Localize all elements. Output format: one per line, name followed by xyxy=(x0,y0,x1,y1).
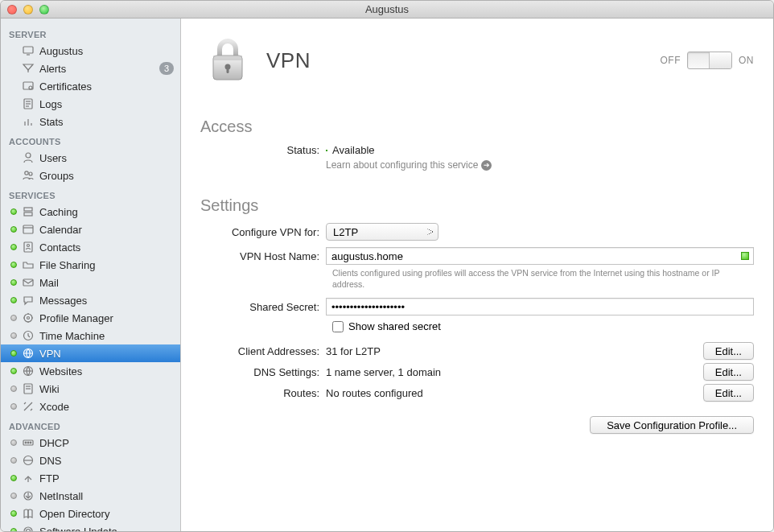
svg-point-13 xyxy=(25,171,28,175)
status-dot xyxy=(10,350,17,357)
svg-point-12 xyxy=(26,153,31,158)
sidebar-item-label: Open Directory xyxy=(39,508,174,520)
svg-point-14 xyxy=(29,172,32,175)
sidebar-header-server: SERVER xyxy=(1,23,180,42)
service-toggle: OFF ON xyxy=(661,52,755,69)
sidebar-item-label: Websites xyxy=(39,365,174,377)
toggle-switch[interactable] xyxy=(687,52,732,69)
show-secret-checkbox[interactable] xyxy=(332,321,344,332)
messages-icon xyxy=(22,294,35,307)
svg-point-20 xyxy=(27,245,30,247)
sidebar-item-augustus[interactable]: Augustus xyxy=(1,42,180,60)
status-dot xyxy=(10,386,17,392)
status-label: Status: xyxy=(200,144,326,156)
access-section: Access Status: Available Learn about con… xyxy=(181,118,773,182)
switch-knob xyxy=(709,52,731,68)
access-heading: Access xyxy=(200,118,754,136)
svg-rect-15 xyxy=(24,208,32,211)
dns-label: DNS Settings: xyxy=(200,366,326,378)
routes-label: Routes: xyxy=(200,387,326,399)
status-dot-blank xyxy=(10,118,17,125)
sidebar-item-caching[interactable]: Caching xyxy=(1,203,180,221)
sidebar-item-groups[interactable]: Groups xyxy=(1,167,180,184)
titlebar: Augustus xyxy=(1,1,773,19)
svg-rect-50 xyxy=(213,56,242,60)
sidebar-item-logs[interactable]: Logs xyxy=(1,95,180,113)
zoom-window-button[interactable] xyxy=(39,5,49,14)
show-secret-label: Show shared secret xyxy=(348,320,441,332)
sidebar-item-softwareupdate[interactable]: Software Update xyxy=(1,522,180,531)
status-dot xyxy=(10,262,17,268)
user-icon xyxy=(22,151,35,164)
shared-secret-input[interactable] xyxy=(326,298,754,315)
client-addr-label: Client Addresses: xyxy=(200,345,326,357)
save-configuration-button[interactable]: Save Configuration Profile... xyxy=(590,416,754,434)
sidebar-header-advanced: ADVANCED xyxy=(1,415,180,434)
softwareupdate-icon xyxy=(22,525,35,531)
sidebar-item-label: Users xyxy=(39,152,174,164)
sidebar-item-contacts[interactable]: Contacts xyxy=(1,238,180,256)
edit-routes-button[interactable]: Edit... xyxy=(703,384,754,402)
hostname-status-icon xyxy=(741,252,749,260)
sidebar-item-users[interactable]: Users xyxy=(1,149,180,167)
close-window-button[interactable] xyxy=(7,5,17,14)
dns-icon xyxy=(22,454,35,467)
xcode-icon xyxy=(22,400,35,413)
service-header: VPN OFF ON xyxy=(181,19,773,103)
sidebar-item-mail[interactable]: Mail xyxy=(1,274,180,291)
status-dot-blank xyxy=(10,47,17,54)
sidebar-item-messages[interactable]: Messages xyxy=(1,291,180,309)
sidebar-item-profilemanager[interactable]: Profile Manager xyxy=(1,309,180,327)
status-dot xyxy=(10,315,17,321)
status-dot xyxy=(10,332,17,339)
calendar-icon xyxy=(22,223,35,236)
sidebar-item-ftp[interactable]: FTP xyxy=(1,469,180,487)
edit-dns-button[interactable]: Edit... xyxy=(703,363,754,381)
sidebar-item-vpn[interactable]: VPN xyxy=(1,344,180,362)
sidebar-item-label: Wiki xyxy=(39,383,174,395)
sidebar-item-label: File Sharing xyxy=(39,259,174,271)
sidebar-item-wiki[interactable]: Wiki xyxy=(1,380,180,398)
sidebar-item-filesharing[interactable]: File Sharing xyxy=(1,256,180,274)
sidebar-header-accounts: ACCOUNTS xyxy=(1,130,180,149)
status-value: Available xyxy=(332,144,375,156)
dns-value: 1 name server, 1 domain xyxy=(326,366,690,378)
edit-client-addresses-button[interactable]: Edit... xyxy=(703,342,754,360)
sidebar-item-xcode[interactable]: Xcode xyxy=(1,398,180,415)
svg-rect-16 xyxy=(24,212,32,216)
sidebar-item-netinstall[interactable]: NetInstall xyxy=(1,487,180,505)
hostname-input[interactable] xyxy=(326,247,754,265)
status-dot xyxy=(10,226,17,233)
sidebar-item-websites[interactable]: Websites xyxy=(1,362,180,380)
status-indicator-icon xyxy=(326,150,327,151)
arrow-right-icon: ➔ xyxy=(481,160,492,171)
sidebar-item-label: Calendar xyxy=(39,224,174,236)
sidebar-item-label: Time Machine xyxy=(39,330,174,342)
sidebar-item-stats[interactable]: Stats xyxy=(1,113,180,130)
sidebar-item-label: Caching xyxy=(39,206,174,218)
status-dot xyxy=(10,403,17,410)
stats-icon xyxy=(22,115,35,128)
svg-point-36 xyxy=(25,442,27,443)
sidebar-item-timemachine[interactable]: Time Machine xyxy=(1,327,180,344)
monitor-icon xyxy=(22,44,35,57)
configure-vpn-select[interactable]: L2TP xyxy=(326,223,438,241)
sidebar-item-label: VPN xyxy=(39,348,174,360)
status-dot xyxy=(10,457,17,464)
sidebar-item-alerts[interactable]: Alerts 3 xyxy=(1,60,180,77)
svg-rect-3 xyxy=(23,82,33,89)
logs-icon xyxy=(22,97,35,110)
websites-icon xyxy=(22,365,35,377)
sidebar-item-opendirectory[interactable]: Open Directory xyxy=(1,505,180,522)
minimize-window-button[interactable] xyxy=(23,5,33,14)
filesharing-icon xyxy=(22,258,35,271)
status-dot-blank xyxy=(10,172,17,179)
sidebar-item-certificates[interactable]: Certificates xyxy=(1,77,180,95)
opendirectory-icon xyxy=(22,507,35,520)
sidebar-item-calendar[interactable]: Calendar xyxy=(1,221,180,238)
dhcp-icon xyxy=(22,436,35,449)
learn-link[interactable]: Learn about configuring this service ➔ xyxy=(326,159,492,171)
sidebar-item-dns[interactable]: DNS xyxy=(1,452,180,469)
sidebar-item-dhcp[interactable]: DHCP xyxy=(1,434,180,452)
status-dot xyxy=(10,279,17,286)
